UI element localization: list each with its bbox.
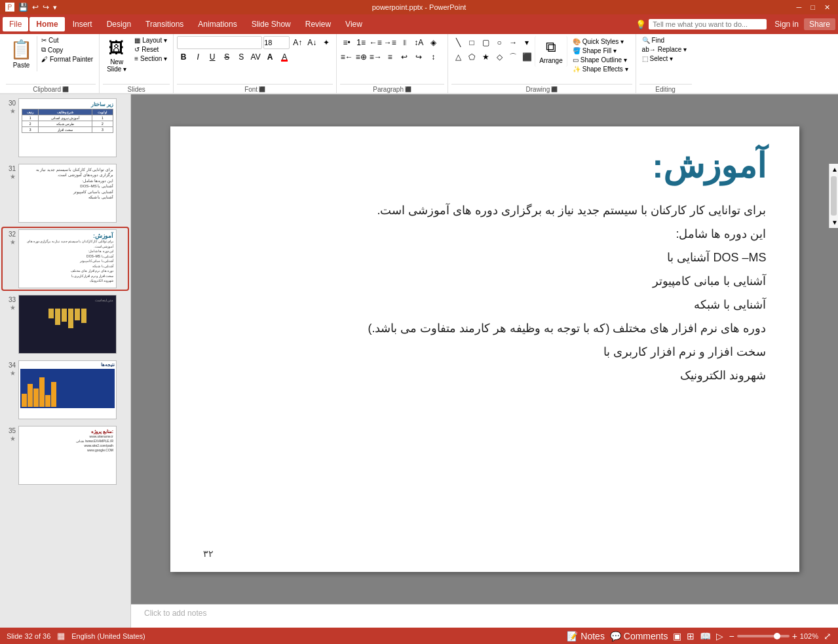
shape-tri-button[interactable]: △ (451, 50, 465, 64)
view-slideshow-button[interactable]: ▷ (716, 631, 723, 641)
maximize-button[interactable]: □ (808, 3, 818, 12)
shape-oval-button[interactable]: ○ (493, 36, 506, 49)
align-right-button[interactable]: ≡→ (369, 50, 382, 64)
columns-button[interactable]: ⫴ (398, 36, 411, 49)
replace-button[interactable]: ab→ Replace ▾ (639, 45, 690, 54)
font-color-button[interactable]: A (278, 50, 291, 64)
minimize-button[interactable]: ─ (794, 3, 805, 12)
view-normal-button[interactable]: ▣ (673, 631, 681, 641)
font-size-input[interactable] (263, 36, 290, 49)
drawing-expand-icon[interactable]: ⬛ (551, 86, 558, 92)
rtl-button[interactable]: ↩ (398, 50, 411, 64)
shape-curved-button[interactable]: ⌒ (506, 50, 520, 64)
convert-smartart-button[interactable]: ◈ (427, 36, 440, 49)
reset-button[interactable]: ↺Reset (132, 45, 170, 54)
share-button[interactable]: Share (804, 18, 835, 30)
select-button[interactable]: ⬚ Select ▾ (639, 54, 676, 63)
sign-in-button[interactable]: Sign in (771, 18, 803, 30)
shape-fill-button[interactable]: 🪣 Shape Fill ▾ (570, 47, 631, 55)
shape-diamond-button[interactable]: ◇ (493, 50, 506, 64)
shape-pentagon-button[interactable]: ⬠ (465, 50, 478, 64)
justify-button[interactable]: ≡ (383, 50, 396, 64)
menu-view[interactable]: View (339, 17, 369, 31)
underline-button[interactable]: U (206, 50, 219, 64)
decrease-font-button[interactable]: A↓ (305, 36, 318, 49)
shape-rect-button[interactable]: □ (465, 36, 478, 49)
shape-arrow-button[interactable]: → (506, 36, 520, 49)
character-spacing-button[interactable]: AV (249, 50, 262, 64)
bold-button[interactable]: B (177, 50, 190, 64)
close-button[interactable]: ✕ (822, 3, 833, 12)
italic-button[interactable]: I (191, 50, 204, 64)
shape-outline-button[interactable]: ▭ Shape Outline ▾ (570, 56, 631, 64)
font-expand-icon[interactable]: ⬛ (259, 86, 265, 92)
text-direction-button[interactable]: ↕A (412, 36, 425, 49)
increase-indent-button[interactable]: →≡ (383, 36, 396, 49)
line-spacing-button[interactable]: ↕ (427, 50, 440, 64)
cut-button[interactable]: ✂Cut (39, 36, 96, 45)
slide-thumb-34[interactable]: 34 ★ نتیجه‌ها (3, 359, 128, 421)
menu-file[interactable]: File (3, 17, 28, 31)
shape-rounded-button[interactable]: ▢ (479, 36, 492, 49)
paste-button[interactable]: 📋 Paste (6, 36, 37, 71)
quick-access-customize[interactable]: ▾ (53, 3, 57, 12)
increase-font-button[interactable]: A↑ (291, 36, 304, 49)
notes-area[interactable]: Click to add notes (131, 604, 838, 628)
shape-more-button[interactable]: ▾ (520, 36, 533, 49)
center-button[interactable]: ≡⊕ (354, 50, 368, 64)
font-name-input[interactable] (177, 36, 262, 49)
find-button[interactable]: 🔍 Find (639, 36, 667, 45)
clear-formatting-button[interactable]: ✦ (320, 36, 333, 49)
arrange-button[interactable]: ⧉ Arrange (535, 36, 567, 67)
font-size-large-button[interactable]: A (263, 50, 276, 64)
shapes-expand-button[interactable]: ⬛ (520, 50, 533, 64)
strikethrough-button[interactable]: S (220, 50, 233, 64)
shape-line-button[interactable]: ╲ (451, 36, 465, 49)
zoom-thumb[interactable] (774, 633, 780, 639)
slide-info-icon[interactable]: ▦ (57, 631, 65, 641)
notes-placeholder[interactable]: Click to add notes (144, 609, 206, 618)
bullets-button[interactable]: ≡• (340, 36, 353, 49)
paragraph-expand-icon[interactable]: ⬛ (405, 86, 411, 92)
notes-button[interactable]: 📝 Notes (567, 631, 604, 641)
copy-button[interactable]: ⧉Copy (39, 45, 96, 54)
slide-thumb-32[interactable]: 32 ★ آموزش: برای توانایی کار کارکنان با … (3, 228, 128, 290)
zoom-in-icon[interactable]: + (792, 631, 797, 641)
shadow-button[interactable]: S (235, 50, 248, 64)
menu-transitions[interactable]: Transitions (139, 17, 190, 31)
slide-canvas[interactable]: آموزش: برای توانایی کار کارکنان با سیستم… (170, 126, 799, 572)
menu-review[interactable]: Review (299, 17, 337, 31)
zoom-control[interactable]: − + 102% (729, 631, 818, 641)
shape-star-button[interactable]: ★ (479, 50, 492, 64)
zoom-out-icon[interactable]: − (729, 631, 734, 641)
slide-thumb-33[interactable]: 33 ★ متن اینجاست (3, 294, 128, 355)
tell-me-input[interactable] (649, 19, 767, 29)
slide-thumb-30[interactable]: 30 ★ زیر ساختار ردیفشرح وظایفاولویت 1آمو… (3, 97, 128, 159)
layout-button[interactable]: ▦Layout ▾ (132, 36, 170, 45)
align-left-button[interactable]: ≡← (340, 50, 353, 64)
section-button[interactable]: ≡Section ▾ (132, 54, 170, 63)
view-slide-sorter-button[interactable]: ⊞ (687, 631, 695, 641)
shape-effects-button[interactable]: ✨ Shape Effects ▾ (570, 65, 631, 73)
comments-button[interactable]: 💬 Comments (610, 631, 668, 641)
view-reading-button[interactable]: 📖 (700, 631, 711, 641)
zoom-slider[interactable] (737, 635, 790, 637)
quick-access-redo[interactable]: ↪ (43, 3, 49, 12)
slide-thumb-31[interactable]: 31 ★ برای توانایی کار کارکنان با سیستم ج… (3, 162, 128, 224)
quick-styles-button[interactable]: 🎨 Quick Styles ▾ (570, 37, 631, 46)
menu-insert[interactable]: Insert (66, 17, 99, 31)
menu-slideshow[interactable]: Slide Show (245, 17, 297, 31)
decrease-indent-button[interactable]: ←≡ (369, 36, 382, 49)
ltr-button[interactable]: ↪ (412, 50, 425, 64)
window-controls[interactable]: ─ □ ✕ (794, 3, 833, 12)
vertical-scrollbar[interactable]: ▲ ▼ (829, 164, 838, 228)
fit-window-button[interactable]: ⤢ (824, 631, 831, 641)
quick-access-save[interactable]: 💾 (18, 3, 28, 12)
new-slide-button[interactable]: 🖼 NewSlide ▾ (103, 36, 130, 75)
menu-animations[interactable]: Animations (191, 17, 243, 31)
quick-access-undo[interactable]: ↩ (32, 3, 39, 12)
menu-design[interactable]: Design (100, 17, 138, 31)
format-painter-button[interactable]: 🖌Format Painter (39, 55, 96, 64)
menu-home[interactable]: Home (29, 17, 64, 31)
slide-thumb-35[interactable]: 35 ★ منابع پروژه: www.sitename.ir www.EX… (3, 425, 128, 486)
